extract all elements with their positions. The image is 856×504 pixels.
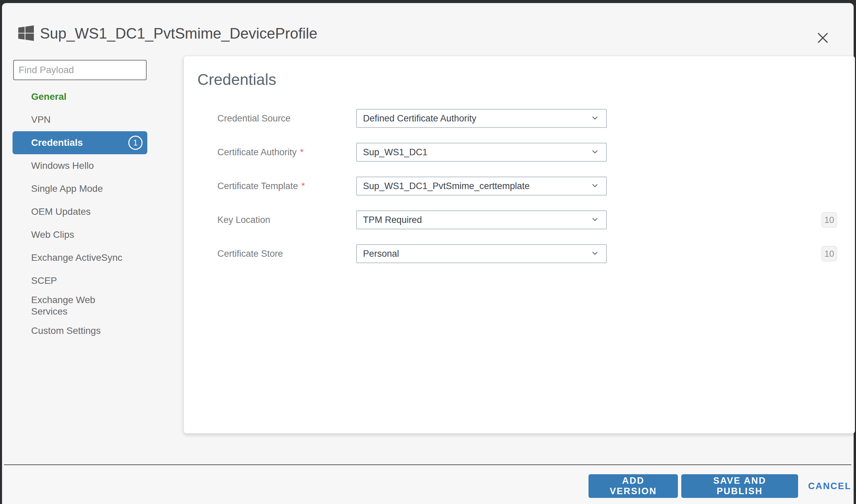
sidebar-item-label: Web Clips [31,229,74,240]
select-credential-source[interactable]: Defined Certificate Authority [356,109,607,128]
sidebar-item-label: General [31,91,66,103]
required-marker: * [300,147,304,157]
field-count-badge: 10 [821,212,837,228]
panel-heading: Credentials [198,70,855,89]
sidebar-item-exchange-web-services[interactable]: Exchange Web Services [13,292,147,319]
add-version-button[interactable]: ADD VERSION [588,474,678,498]
find-payload-input[interactable] [13,60,147,80]
chevron-down-icon [592,251,598,257]
form-row: Certificate Store Personal 10 [217,244,837,263]
sidebar-item-general[interactable]: General [13,85,147,108]
sidebar-item-credentials[interactable]: Credentials 1 [13,131,147,154]
save-and-publish-button[interactable]: SAVE AND PUBLISH [681,474,798,498]
select-certificate-store[interactable]: Personal [356,244,607,263]
field-label: Certificate Template* [217,181,356,192]
select-value: Personal [363,249,399,259]
sidebar-item-scep[interactable]: SCEP [13,269,147,292]
sidebar-item-label: Exchange Web Services [31,294,129,317]
sidebar-item-label: Single App Mode [31,183,103,195]
sidebar-item-custom-settings[interactable]: Custom Settings [13,319,147,342]
field-count-badge: 10 [821,246,837,262]
select-certificate-template[interactable]: Sup_WS1_DC1_PvtSmime_certtemplate [356,177,607,196]
sidebar-item-label: Exchange ActiveSync [31,252,122,264]
select-certificate-authority[interactable]: Sup_WS1_DC1 [356,143,607,162]
sidebar-item-label: Credentials [31,137,83,148]
form-row: Key Location TPM Required 10 [217,210,837,229]
sidebar-item-oem-updates[interactable]: OEM Updates [13,200,147,223]
field-label: Certificate Store [217,249,356,259]
field-label: Certificate Authority* [217,147,356,158]
sidebar-item-label: SCEP [31,275,57,287]
form-row: Certificate Template* Sup_WS1_DC1_PvtSmi… [217,177,837,196]
payload-nav: General VPN Credentials 1 Windows Hello … [13,85,147,342]
windows-logo-icon [18,25,34,41]
device-profile-dialog: Sup_WS1_DC1_PvtSmime_DeviceProfile Gener… [2,3,854,504]
chevron-down-icon [592,149,598,155]
chevron-down-icon [592,183,598,189]
required-marker: * [301,181,305,191]
footer-actions: ADD VERSION SAVE AND PUBLISH CANCEL [588,474,851,498]
field-label: Key Location [217,215,356,225]
sidebar-item-windows-hello[interactable]: Windows Hello [13,154,147,177]
field-label: Credential Source [217,113,356,124]
credentials-form: Credential Source Defined Certificate Au… [217,109,837,278]
sidebar-item-label: VPN [31,114,51,126]
sidebar-item-vpn[interactable]: VPN [13,108,147,131]
select-value: Defined Certificate Authority [363,113,476,124]
sidebar-item-label: OEM Updates [31,206,91,217]
sidebar-item-web-clips[interactable]: Web Clips [13,223,147,246]
form-row: Credential Source Defined Certificate Au… [217,109,837,128]
dialog-title: Sup_WS1_DC1_PvtSmime_DeviceProfile [40,25,317,42]
close-button[interactable] [812,28,834,49]
sidebar-item-exchange-activesync[interactable]: Exchange ActiveSync [13,246,147,269]
payload-count-badge: 1 [129,136,142,150]
select-value: TPM Required [363,215,422,225]
form-row: Certificate Authority* Sup_WS1_DC1 [217,143,837,162]
select-value: Sup_WS1_DC1 [363,147,428,158]
close-icon [817,32,828,44]
sidebar-item-single-app-mode[interactable]: Single App Mode [13,177,147,200]
select-value: Sup_WS1_DC1_PvtSmime_certtemplate [363,181,530,192]
sidebar-item-label: Windows Hello [31,160,94,172]
footer: ADD VERSION SAVE AND PUBLISH CANCEL [4,465,851,504]
cancel-button[interactable]: CANCEL [808,474,852,498]
chevron-down-icon [592,115,598,122]
sidebar-item-label: Custom Settings [31,325,101,337]
select-key-location[interactable]: TPM Required [356,210,607,229]
payload-panel: Credentials Credential Source Defined Ce… [184,56,855,434]
chevron-down-icon [592,217,598,223]
